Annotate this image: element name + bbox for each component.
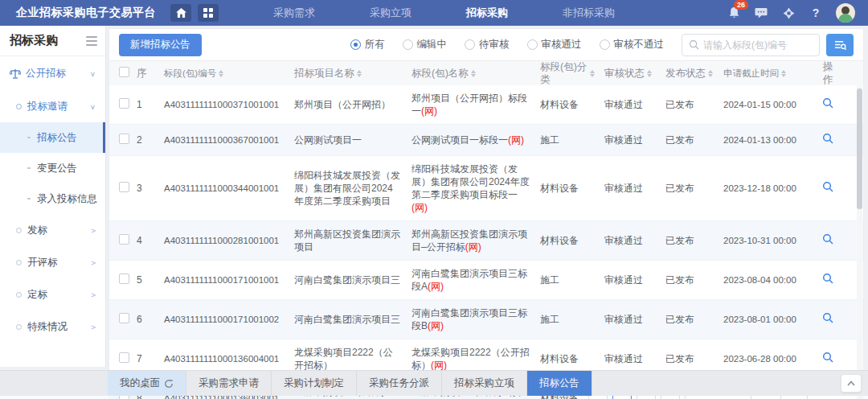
sidebar-item-2[interactable]: 招标公告 bbox=[0, 122, 105, 153]
chevron-down-icon: ∨ bbox=[90, 102, 96, 110]
sidebar-item-6[interactable]: 开评标> bbox=[0, 246, 105, 278]
column-header-0: 序 bbox=[132, 60, 159, 86]
row-checkbox[interactable] bbox=[119, 274, 129, 284]
net-tag: (网) bbox=[465, 241, 481, 253]
sidebar-collapse-icon[interactable] bbox=[86, 34, 97, 48]
view-detail-button[interactable] bbox=[822, 312, 833, 323]
ring-icon bbox=[16, 324, 22, 330]
table-row: 5A4031111111000171001001河南白鹭集团演示项目三河南白鹭集… bbox=[109, 261, 863, 300]
cell-deadline: 2023-08-04 00:00 bbox=[719, 267, 813, 293]
advanced-search-button[interactable] bbox=[826, 34, 854, 56]
status-filter-group: 所有编辑中待审核审核通过审核不通过 bbox=[350, 38, 665, 51]
table-body: 1A4031111111000371001001郑州项目（公开网招）郑州项目（公… bbox=[109, 85, 863, 399]
nav-item-3[interactable]: 非招标采购 bbox=[535, 6, 642, 20]
row-checkbox[interactable] bbox=[119, 98, 129, 109]
sidebar-item-7[interactable]: 定标> bbox=[0, 278, 105, 311]
ring-icon bbox=[16, 104, 22, 109]
bottom-tab-2[interactable]: 采购计划制定 bbox=[272, 371, 357, 396]
sort-icon bbox=[781, 70, 786, 77]
filter-radio-1[interactable]: 编辑中 bbox=[403, 38, 448, 51]
sidebar-item-1[interactable]: 投标邀请∨ bbox=[0, 90, 105, 122]
cell-deadline: 2023-08-01 00:00 bbox=[719, 306, 813, 332]
cell-seq: 2 bbox=[132, 127, 159, 153]
row-checkbox[interactable] bbox=[119, 182, 129, 192]
bottom-tab-4[interactable]: 招标采购立项 bbox=[442, 371, 527, 396]
nav-item-2[interactable]: 招标采购 bbox=[439, 6, 535, 20]
sidebar-item-label: 录入投标信息 bbox=[37, 192, 97, 206]
user-avatar[interactable] bbox=[836, 3, 855, 23]
list-search-icon bbox=[834, 39, 846, 51]
net-tag: (网) bbox=[411, 202, 428, 213]
nav-item-0[interactable]: 采购需求 bbox=[246, 6, 342, 20]
cell-seq: 1 bbox=[132, 92, 159, 117]
row-checkbox[interactable] bbox=[119, 134, 129, 144]
cell-code: A4031111111000136004001 bbox=[159, 346, 289, 372]
sidebar-item-4[interactable]: 录入投标信息 bbox=[0, 183, 105, 214]
view-detail-button[interactable] bbox=[822, 97, 833, 109]
column-header-6[interactable]: 发布状态 bbox=[661, 60, 719, 86]
tab-label: 招标公告 bbox=[539, 376, 579, 390]
row-checkbox[interactable] bbox=[119, 313, 129, 323]
cell-section-name: 公网测试项目一标段一(网) bbox=[407, 127, 535, 153]
filter-label: 所有 bbox=[365, 38, 385, 51]
search-input[interactable] bbox=[703, 39, 813, 51]
cell-project-name: 河南白鹭集团演示项目三 bbox=[289, 267, 407, 293]
apps-grid-icon[interactable] bbox=[198, 4, 219, 22]
filter-radio-2[interactable]: 待审核 bbox=[465, 38, 510, 51]
tab-label: 采购计划制定 bbox=[284, 376, 344, 390]
home-icon[interactable] bbox=[170, 4, 191, 22]
chevron-right-icon: > bbox=[91, 258, 96, 266]
column-header-5[interactable]: 审核状态 bbox=[600, 60, 661, 86]
nav-item-1[interactable]: 采购立项 bbox=[342, 6, 439, 20]
table-row: 1A4031111111000371001001郑州项目（公开网招）郑州项目（公… bbox=[109, 85, 863, 125]
message-icon[interactable] bbox=[754, 6, 768, 20]
radio-icon bbox=[600, 39, 610, 50]
bottom-tab-3[interactable]: 采购任务分派 bbox=[357, 371, 442, 396]
fullscreen-expand-icon[interactable] bbox=[781, 6, 796, 20]
view-detail-button[interactable] bbox=[822, 133, 833, 144]
view-detail-button[interactable] bbox=[822, 273, 833, 284]
cell-category: 施工 bbox=[535, 127, 600, 153]
filter-radio-0[interactable]: 所有 bbox=[350, 38, 385, 51]
bottom-tab-0[interactable]: 我的桌面 bbox=[108, 371, 186, 396]
view-detail-button[interactable] bbox=[822, 352, 833, 363]
cell-category: 材料设备 bbox=[535, 92, 600, 117]
net-tag: (网) bbox=[431, 360, 447, 371]
sidebar-item-label: 公开招标 bbox=[26, 67, 66, 80]
table-row: 4A4031111111000281001001郑州高新区投资集团演示项目郑州高… bbox=[109, 221, 863, 261]
row-checkbox[interactable] bbox=[119, 352, 129, 363]
table-scrollbar-thumb[interactable] bbox=[857, 88, 862, 209]
sidebar-item-8[interactable]: 特殊情况> bbox=[0, 311, 105, 343]
bottom-tab-1[interactable]: 采购需求申请 bbox=[186, 371, 272, 396]
filter-radio-4[interactable]: 审核不通过 bbox=[600, 38, 665, 51]
select-all-checkbox[interactable] bbox=[119, 67, 129, 77]
column-header-1[interactable]: 标段(包)编号 bbox=[159, 60, 289, 86]
tabbar-collapse-button[interactable] bbox=[841, 374, 862, 393]
column-header-2[interactable]: 招标项目名称 bbox=[289, 60, 407, 86]
sidebar-item-0[interactable]: 公开招标∨ bbox=[0, 56, 105, 90]
cell-code: A4031111111000344001001 bbox=[159, 175, 289, 201]
filter-radio-3[interactable]: 审核通过 bbox=[527, 38, 582, 51]
cell-section-name: 郑州项目（公开网招）标段一(网) bbox=[407, 85, 535, 124]
bottom-tab-5[interactable]: 招标公告 bbox=[527, 371, 592, 396]
view-detail-button[interactable] bbox=[822, 181, 833, 192]
column-label: 标段(包)分类 bbox=[540, 60, 588, 86]
cell-audit-status: 审核通过 bbox=[600, 228, 661, 253]
cell-deadline: 2024-01-13 00:00 bbox=[719, 127, 813, 153]
notification-bell-icon[interactable]: 26 bbox=[727, 6, 741, 20]
row-checkbox[interactable] bbox=[119, 234, 129, 245]
column-header-7[interactable]: 申请截止时间 bbox=[719, 60, 813, 86]
column-header-3[interactable]: 标段(包)名称 bbox=[407, 60, 535, 86]
cell-deadline: 2024-01-15 00:00 bbox=[719, 92, 813, 117]
filter-label: 审核不通过 bbox=[614, 38, 665, 51]
help-icon[interactable]: ? bbox=[809, 6, 823, 20]
cell-category: 施工 bbox=[535, 306, 600, 332]
sort-icon bbox=[357, 70, 362, 77]
ring-icon bbox=[16, 292, 22, 298]
sidebar-item-5[interactable]: 发标> bbox=[0, 214, 105, 246]
view-detail-button[interactable] bbox=[822, 233, 833, 245]
radio-icon bbox=[527, 39, 538, 50]
sidebar-item-3[interactable]: 变更公告 bbox=[0, 153, 105, 183]
cell-category: 材料设备 bbox=[535, 175, 600, 201]
new-announcement-button[interactable]: 新增招标公告 bbox=[119, 34, 202, 56]
